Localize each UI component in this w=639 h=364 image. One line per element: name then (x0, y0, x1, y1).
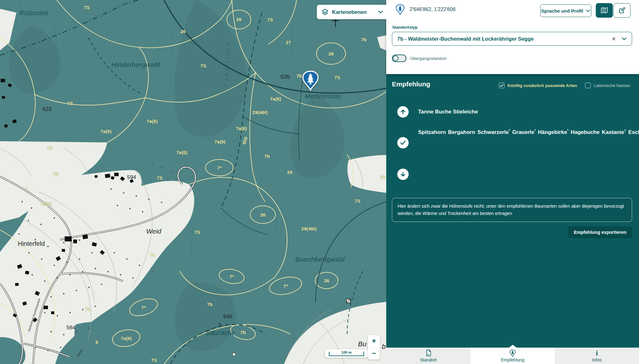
map-layers-button[interactable]: Kartenebenen (317, 5, 386, 19)
standorttyp-value: 7b - Waldmeister-Buchenwald mit Lockeräh… (397, 36, 612, 42)
latin-checkbox-label: Lateinische Namen (594, 83, 630, 88)
standorttyp-label: Standortstyp (392, 25, 417, 30)
recommended-species-button[interactable] (397, 137, 409, 148)
chevron-down-icon (586, 9, 590, 12)
zoom-in-button[interactable]: + (368, 335, 380, 347)
tree-pin-icon (302, 71, 319, 91)
species-name: Hängebirke* (538, 129, 569, 135)
map-view-button[interactable] (596, 3, 613, 18)
clear-icon[interactable]: ✕ (612, 36, 616, 42)
tree-pin-icon (510, 350, 516, 357)
language-profile-label: Sprache und Profil (541, 8, 583, 14)
bottom-tab-bar: StandortEmpfehlungiInfos (386, 348, 639, 364)
side-panel: 2'646'862, 1'222'606 Sprache und Profil … (386, 0, 639, 364)
view-toggle-group (596, 3, 630, 18)
species-name: Kastanie† (602, 129, 626, 135)
map-area[interactable]: 7S267S26277b267S7S7b7a(6)7S7a(6)7a(6)7a(… (0, 0, 386, 364)
map-icon (601, 7, 608, 14)
uebergangsstandort-row: Übergangsstandort (392, 55, 447, 62)
chevron-down-icon[interactable] (622, 37, 627, 40)
edit-pencil-icon (618, 7, 626, 14)
future-checkbox-label: Künftig zusätzlich passende Arten (507, 83, 577, 88)
check-icon (399, 139, 406, 146)
uebergangsstandort-label: Übergangsstandort (410, 56, 447, 61)
scale-bracket (329, 352, 364, 356)
standorttyp-select[interactable]: 7b - Waldmeister-Buchenwald mit Lockeräh… (392, 32, 632, 46)
species-name: Bergahorn (448, 129, 475, 135)
lower-elevation-button[interactable] (397, 169, 409, 180)
species-name: Schwarzerle* (477, 129, 510, 135)
topographic-map (0, 0, 386, 364)
language-profile-button[interactable]: Sprache und Profil (540, 4, 591, 17)
primary-species: Tanne Buche Stieleiche (418, 109, 478, 115)
tab-label: Empfehlung (501, 357, 524, 362)
toggle-knob (393, 55, 399, 61)
species-name: Spitzahorn (418, 129, 446, 135)
info-icon: i (596, 350, 598, 357)
tab-label: Standort (420, 357, 437, 362)
empfehlung-panel: Empfehlung Künftig zusätzlich passende A… (386, 74, 639, 348)
empfehlung-title: Empfehlung (392, 80, 430, 88)
species-list: SpitzahornBergahornSchwarzerle*Grauerle*… (418, 127, 625, 136)
checkbox-box (585, 83, 591, 88)
recommendation-note: Hier ändert sich zwar die Höhenstufe nic… (392, 198, 632, 222)
tab-empfehlung[interactable]: Empfehlung (470, 348, 555, 364)
location-pin-icon (396, 4, 405, 15)
chevron-down-icon (378, 10, 383, 14)
future-checkbox[interactable]: Künftig zusätzlich passende Arten (499, 83, 577, 88)
coordinates-value: 2'646'862, 1'222'606 (410, 7, 456, 12)
arrow-up-icon (399, 108, 406, 115)
latin-checkbox[interactable]: Lateinische Namen (585, 83, 630, 88)
higher-elevation-button[interactable] (397, 106, 409, 118)
map-zoom-controls[interactable]: + − (368, 335, 380, 360)
species-name: Grauerle* (512, 129, 535, 135)
coordinates-row: 2'646'862, 1'222'606 (396, 4, 456, 15)
layers-icon (321, 8, 329, 16)
checkbox-box (499, 83, 505, 88)
tab-infos[interactable]: iInfos (555, 348, 639, 364)
species-name: Hagebuche (571, 129, 600, 135)
uebergangsstandort-toggle[interactable] (392, 55, 406, 62)
tab-label: Infos (592, 357, 601, 362)
edit-view-button[interactable] (613, 3, 630, 18)
location-marker-pin[interactable] (302, 71, 319, 91)
map-scale-bar: 100 m (325, 349, 368, 358)
panel-header-section: 2'646'862, 1'222'606 Sprache und Profil … (386, 0, 639, 74)
tab-standort[interactable]: Standort (386, 348, 470, 364)
document-icon (425, 349, 432, 357)
export-button[interactable]: Empfehlung exportieren (568, 226, 632, 238)
arrow-down-icon (399, 171, 406, 178)
map-layers-label: Kartenebenen (332, 9, 367, 15)
empfehlung-options: Künftig zusätzlich passende Arten Latein… (499, 83, 630, 88)
zoom-out-button[interactable]: − (368, 347, 380, 360)
species-name: Esche† (628, 129, 639, 135)
